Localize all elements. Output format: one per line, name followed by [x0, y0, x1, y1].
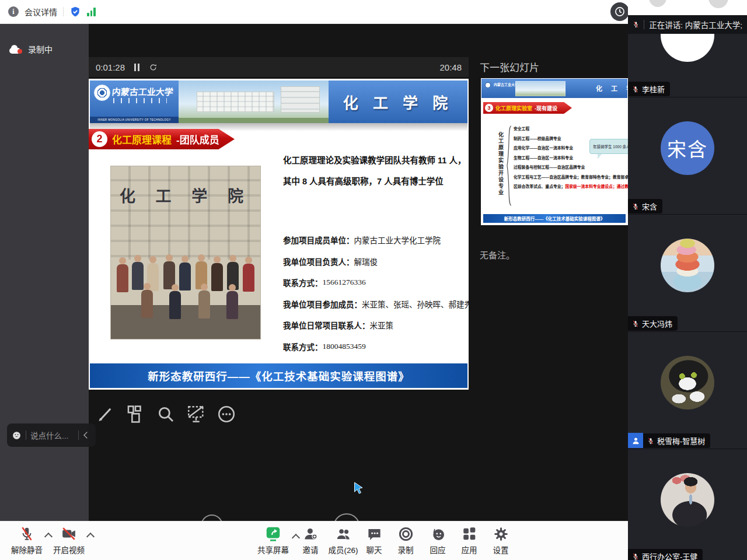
restart-timer-icon[interactable] [149, 63, 158, 72]
university-emblem-icon [94, 85, 110, 101]
heading-line-1: 化工原理理论及实验课教学团队共有教师 11 人， [283, 150, 466, 171]
university-name: 内蒙古工业大学 [111, 85, 174, 97]
name-label: 税雪梅-智慧树 [643, 433, 710, 448]
participant-tile[interactable]: 西行办公室-王健 [628, 449, 747, 560]
mic-muted-icon [647, 438, 654, 444]
section-number: 2 [92, 131, 107, 147]
avatar [661, 239, 714, 292]
avatar: 宋含 [661, 121, 714, 175]
participant-tile[interactable]: 税雪梅-智慧树 [628, 332, 747, 449]
thumb-line-7: 区综合改革试点、重点专业；国家级一流本科专业建设点；通过教育部工程 [514, 184, 628, 190]
detail-row: 我单位日常项目联系人：米亚策 [283, 314, 467, 336]
participant-tile[interactable]: 天大冯炜 [628, 215, 747, 332]
elapsed-time: 0:01:28 [96, 62, 125, 72]
members-icon [336, 526, 351, 542]
chat-input[interactable]: 说点什么... [7, 424, 96, 447]
detail-row: 联系方式：18004853459 [283, 336, 467, 358]
profile-badge-icon [628, 433, 643, 448]
recording-indicator: 录制中 [9, 43, 53, 55]
active-speaker-bar: 正在讲话: 内蒙古工业大学; [628, 15, 747, 34]
mic-muted-icon [632, 203, 639, 210]
participants-sidebar: 正在讲话: 内蒙古工业大学; 李桂新 宋含 宋含 天大冯炜 [628, 0, 747, 560]
start-video-button[interactable]: 开启视频 [47, 524, 91, 555]
unmute-button[interactable]: 解除静音 [5, 524, 49, 555]
thumb-college-title: 化 工 学 院 [596, 83, 627, 93]
slide-footer-banner: 新形态教研西行——《化工技术基础实验课程图谱》 [90, 363, 467, 388]
participant-tile[interactable]: 宋含 宋含 [628, 97, 747, 215]
thumb-header-banner: 内蒙古工业大学 化 工 学 院 [481, 79, 627, 98]
share-screen-icon [264, 525, 282, 542]
thumb-section-number: 3 [485, 104, 493, 112]
avatar [661, 473, 714, 527]
more-tools-button[interactable] [214, 401, 239, 427]
black-screen-button[interactable] [183, 401, 209, 427]
university-name-en: INNER MONGOLIA UNIVERSITY OF TECHNOLOGY [90, 117, 179, 123]
name-label: 李桂新 [628, 82, 670, 96]
slide-thumbnails-button[interactable] [123, 401, 148, 427]
heading-line-2: 其中 8 人具有高级职称，7 人具有博士学位 [283, 171, 466, 192]
name-label: 天大冯炜 [628, 316, 678, 331]
chat-icon [366, 526, 382, 542]
pause-icon[interactable] [134, 64, 139, 71]
meeting-window: i 会议详情 录制中 [0, 0, 747, 560]
collapse-chat-icon[interactable] [83, 432, 90, 438]
presenter-timer-bar: 0:01:28 20:48 [89, 57, 469, 77]
apps-grid-icon [462, 526, 477, 541]
thumb-emblem-icon [484, 82, 491, 89]
divider [78, 430, 79, 440]
college-title: 化 工 学 院 [329, 80, 467, 123]
divider [644, 20, 644, 29]
avatar [661, 34, 714, 62]
building-sign-text: 化 工 学 院 [111, 184, 260, 206]
emoji-icon[interactable] [12, 430, 22, 440]
thumb-section-ribbon: 3 化工原理实验室-现有建设 [483, 102, 572, 114]
mic-muted-icon [19, 526, 34, 542]
participant-tile[interactable]: 李桂新 [628, 34, 747, 97]
cloud-recording-icon [9, 45, 23, 54]
next-slide-thumbnail[interactable]: 内蒙古工业大学 化 工 学 院 3 化工原理实验室-现有建设 化工原理实验开设专… [481, 78, 628, 225]
team-group-photo: 化 工 学 院 [111, 166, 260, 339]
thumb-university-name: 内蒙古工业大学 [494, 82, 518, 87]
name-label: 宋含 [628, 199, 662, 214]
info-icon[interactable]: i [8, 6, 19, 17]
partial-avatar-decoration [708, 0, 728, 8]
shared-screen: 0:01:28 20:48 内蒙古工业大学 INNER MONGOLIA UNI… [89, 23, 628, 521]
annotation-toolbar [92, 401, 239, 427]
divider [63, 7, 64, 16]
thumb-bracket [505, 125, 512, 206]
partial-avatar-decoration [649, 0, 666, 7]
mic-muted-icon [633, 20, 639, 29]
thumb-bullet-list: 安全工程 制药工程——校级品牌专业 应用化学——自治区一流本科专业 生物工程——… [514, 126, 628, 194]
speaker-notes: 无备注。 [480, 249, 515, 261]
detail-row: 我单位项目负责人：解瑞俊 [283, 251, 467, 272]
pen-tool-button[interactable] [92, 401, 118, 427]
next-slide-title: 下一张幻灯片 [480, 60, 539, 74]
thumb-callout-bubble: 年接纳学生 1000 余人次 [589, 139, 628, 154]
meeting-details-button[interactable]: 会议详情 [25, 6, 57, 18]
settings-gear-icon [493, 526, 509, 542]
zoom-tool-button[interactable] [153, 401, 179, 427]
chat-placeholder[interactable]: 说点什么... [30, 429, 74, 441]
divider [26, 430, 26, 440]
thumb-callout-tail [598, 154, 602, 159]
slide-detail-list: 参加项目成员单位：内蒙古工业大学化工学院 我单位项目负责人：解瑞俊 联系方式：1… [283, 229, 467, 357]
university-logo: 内蒙古工业大学 INNER MONGOLIA UNIVERSITY OF TEC… [90, 80, 179, 123]
name-label: 西行办公室-王健 [628, 549, 703, 560]
left-panel: 录制中 说点什么... [0, 23, 89, 521]
detail-row: 我单位项目参加成员：米亚策、张瑶、孙映晖、郝建秀 [283, 293, 467, 315]
mic-muted-icon [632, 86, 639, 93]
thumb-footer-banner: 新形态教研西行——《化工技术基础实验课程图谱》 [483, 214, 626, 223]
thumb-vertical-label: 化工原理实验开设专业 [496, 127, 504, 201]
network-signal-icon[interactable] [87, 8, 96, 16]
slide-heading: 化工原理理论及实验课教学团队共有教师 11 人， 其中 8 人具有高级职称，7 … [283, 150, 466, 192]
detail-row: 参加项目成员单位：内蒙古工业大学化工学院 [283, 229, 467, 251]
mic-muted-icon [632, 320, 639, 327]
security-shield-icon[interactable] [69, 6, 81, 18]
sidebar-top-strip [628, 0, 747, 15]
slide-header-banner: 内蒙古工业大学 INNER MONGOLIA UNIVERSITY OF TEC… [90, 80, 467, 123]
camera-muted-icon [61, 526, 77, 541]
recording-label: 录制中 [28, 43, 53, 55]
meeting-timer-button[interactable] [610, 2, 629, 21]
current-time: 20:48 [439, 62, 462, 72]
settings-button[interactable]: 设置 [479, 524, 523, 555]
